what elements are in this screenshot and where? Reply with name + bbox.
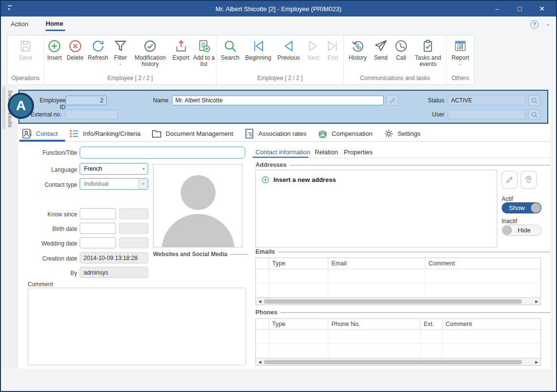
column-header[interactable]: Comment: [442, 319, 540, 329]
insert-button[interactable]: Insert: [45, 39, 64, 61]
map-address-button[interactable]: [521, 171, 537, 189]
employee-photo-placeholder[interactable]: [153, 164, 242, 247]
ribbon-button-label: Refresh: [88, 55, 108, 61]
filter-button[interactable]: Filter ⌄: [111, 39, 130, 65]
tab-info-ranking-criteria[interactable]: Info/Ranking/Criteria: [68, 128, 141, 139]
modification-history-button[interactable]: Modification history: [131, 39, 169, 67]
user-lookup-button[interactable]: [528, 109, 540, 120]
history-button[interactable]: History: [346, 39, 370, 61]
quick-access-icon[interactable]: ▾: [8, 5, 12, 12]
tab-contact[interactable]: Contact: [21, 128, 58, 139]
scrollbar-thumb[interactable]: [264, 299, 522, 304]
scroll-left-arrow[interactable]: ◀: [256, 359, 263, 365]
export-button[interactable]: Export: [170, 39, 192, 61]
column-header[interactable]: Email: [328, 258, 425, 269]
toggle-knob: [503, 226, 512, 235]
column-header[interactable]: Type: [269, 319, 328, 329]
tasks-events-button[interactable]: Tasks and events: [412, 39, 444, 67]
title-bar: ▾ Mr. Albert Shicotte [2] - Employee (PR…: [1, 1, 556, 16]
column-header[interactable]: Ext.: [420, 319, 442, 329]
user-field[interactable]: [448, 110, 525, 119]
edit-name-button[interactable]: [387, 95, 398, 106]
language-select[interactable]: French ▾: [80, 163, 148, 175]
add-to-list-button[interactable]: Add to a list: [192, 39, 216, 67]
phones-hscrollbar[interactable]: ◀ ▶: [256, 358, 540, 365]
created-by-label: By: [18, 270, 77, 277]
emails-hscrollbar[interactable]: ◀ ▶: [256, 297, 540, 305]
column-header[interactable]: Comment: [425, 258, 540, 269]
tab-label: Document Management: [166, 130, 233, 137]
scrollbar-thumb[interactable]: [264, 360, 522, 364]
previous-button[interactable]: Previous: [275, 39, 302, 61]
status-label: Status: [412, 97, 444, 104]
function-title-input[interactable]: [80, 147, 245, 159]
money-stack-icon: [317, 128, 328, 139]
send-button[interactable]: Send: [371, 39, 390, 61]
phones-empty-row[interactable]: [256, 329, 540, 343]
subtab-relation[interactable]: Relation: [315, 148, 338, 156]
creation-date-label: Creation date: [18, 255, 77, 262]
maximize-button[interactable]: □: [508, 1, 531, 16]
selector-column-header[interactable]: [256, 319, 269, 329]
know-since-picker-button[interactable]: [119, 208, 149, 219]
collapse-ribbon-icon[interactable]: ⌄: [545, 20, 550, 27]
ribbon-button-label: Call: [396, 55, 406, 61]
magnifier-icon: [531, 111, 538, 118]
phones-empty-row[interactable]: [256, 343, 540, 358]
employee-id-field[interactable]: [66, 96, 107, 105]
name-field[interactable]: [172, 96, 384, 105]
contact-type-label: Contact type: [18, 181, 77, 188]
insert-address-button[interactable]: Insert a new address: [261, 176, 336, 184]
save-button[interactable]: Save: [14, 39, 38, 61]
birth-date-input[interactable]: [80, 223, 116, 234]
status-field[interactable]: [448, 96, 525, 105]
selector-column-header[interactable]: [256, 258, 269, 269]
scroll-right-arrow[interactable]: ▶: [533, 298, 540, 305]
emails-empty-row[interactable]: [256, 269, 540, 283]
show-active-toggle[interactable]: Show: [502, 202, 541, 213]
beginning-button[interactable]: Beginning: [244, 39, 273, 61]
actif-label: Actif: [502, 196, 513, 202]
scroll-right-arrow[interactable]: ▶: [533, 359, 540, 365]
ribbon-button-label: Insert: [47, 55, 62, 61]
subtab-properties[interactable]: Properties: [344, 148, 372, 156]
ribbon-button-label: History: [349, 55, 367, 61]
tab-label: Contact: [36, 130, 58, 137]
hide-inactive-toggle[interactable]: Hide: [502, 225, 541, 236]
search-results-sidebar[interactable]: Search results: [1, 84, 17, 391]
emails-empty-row[interactable]: [256, 283, 540, 297]
tab-document-management[interactable]: Document Management: [151, 128, 233, 139]
menu-tab-home[interactable]: Home: [46, 20, 63, 27]
refresh-button[interactable]: Refresh: [86, 39, 110, 61]
next-button[interactable]: Next: [304, 39, 322, 61]
delete-button[interactable]: Delete: [65, 39, 85, 61]
tab-compensation[interactable]: Compensation: [317, 128, 372, 139]
column-header[interactable]: Phone No.: [328, 319, 420, 329]
report-button[interactable]: Report ⌄: [448, 39, 473, 65]
end-button[interactable]: End: [324, 39, 341, 61]
menu-tab-action[interactable]: Action: [11, 20, 28, 28]
tab-settings[interactable]: Settings: [383, 128, 421, 139]
minimize-button[interactable]: –: [486, 1, 508, 16]
ribbon-button-label: Save: [19, 55, 32, 61]
edit-address-button[interactable]: [502, 171, 518, 189]
comment-textarea[interactable]: [28, 288, 246, 365]
help-icon[interactable]: ?: [530, 20, 539, 29]
wedding-date-picker-button[interactable]: [119, 237, 149, 248]
subtab-contact-information[interactable]: Contact information: [255, 148, 310, 156]
birth-date-picker-button[interactable]: [119, 223, 149, 234]
external-no-field[interactable]: [66, 110, 118, 119]
sidebar-handle[interactable]: [2, 86, 5, 129]
scroll-left-arrow[interactable]: ◀: [256, 298, 263, 305]
know-since-input[interactable]: [80, 208, 116, 219]
close-button[interactable]: ✕: [531, 1, 553, 16]
wedding-date-input[interactable]: [80, 237, 116, 248]
bottom-margin-strip: [1, 369, 556, 391]
call-button[interactable]: Call: [392, 39, 410, 61]
contact-type-select[interactable]: Individual ▾: [80, 178, 148, 190]
column-header[interactable]: Type: [269, 258, 328, 269]
status-lookup-button[interactable]: [528, 95, 540, 106]
birth-date-label: Birth date: [18, 226, 77, 232]
tab-association-rates[interactable]: Association rates: [244, 128, 306, 139]
search-button[interactable]: Search: [219, 39, 241, 61]
